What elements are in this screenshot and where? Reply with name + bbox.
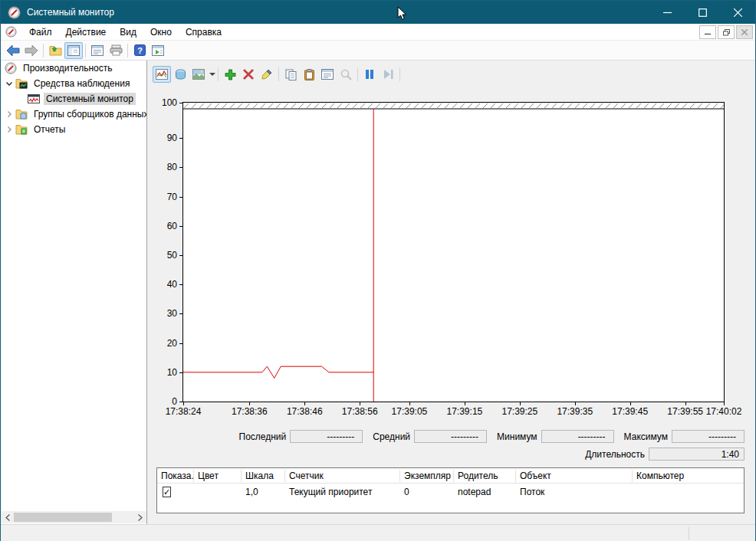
stat-last-value: --------- (290, 430, 363, 443)
menu-window[interactable]: Окно (143, 24, 179, 41)
x-axis-tick-label: 17:39:05 (383, 406, 436, 417)
mdi-window-controls (698, 25, 753, 39)
menu-bar: Файл Действие Вид Окно Справка (1, 24, 755, 41)
column-header-computer[interactable]: Компьютер (633, 470, 744, 482)
tree-item-monitoring-tools[interactable]: Средства наблюдения (2, 76, 146, 91)
close-button[interactable] (720, 1, 755, 24)
status-bar-divider (689, 527, 689, 540)
counter-object: Поток (516, 487, 633, 497)
x-axis-tick-label: 17:39:25 (493, 406, 547, 417)
x-axis-tick-label: 17:38:56 (333, 406, 386, 417)
y-axis-tickmark (179, 226, 183, 227)
window-title: Системный монитор (27, 7, 114, 18)
menu-view[interactable]: Вид (113, 24, 143, 41)
line-chart-plot-area[interactable] (183, 103, 724, 402)
up-folder-icon[interactable] (46, 42, 64, 59)
x-axis-tickmark (685, 402, 686, 405)
stat-max-label: Максимум (624, 431, 668, 442)
console-app-icon (5, 26, 17, 38)
y-axis-tick-label: 90 (151, 133, 177, 143)
maximize-button[interactable] (685, 1, 720, 24)
print-icon[interactable] (107, 42, 125, 59)
show-counter-checkbox[interactable]: ✓ (163, 487, 171, 497)
app-window: Системный монитор Файл Действие Вид Окно… (0, 0, 756, 541)
y-axis-tick-label: 60 (151, 221, 177, 231)
toolbar-separator (85, 44, 86, 57)
column-header-object[interactable]: Объект (516, 470, 633, 482)
x-axis-tickmark (724, 402, 725, 405)
toolbar-separator (127, 44, 128, 57)
toggle-console-tree-icon[interactable] (64, 42, 83, 59)
tree-horizontal-scrollbar[interactable] (2, 511, 146, 523)
tree-item-performance[interactable]: Производительность (2, 61, 146, 76)
stat-last-label: Последний (239, 431, 287, 442)
forward-icon[interactable] (22, 42, 41, 59)
properties-icon[interactable] (88, 42, 107, 59)
column-header-color[interactable]: Цвет (194, 470, 242, 482)
x-axis-tickmark (465, 402, 465, 405)
x-axis-tick-label: 17:40:02 (697, 406, 751, 417)
column-header-instance[interactable]: Экземпляр (400, 470, 454, 482)
y-axis-tickmark (179, 284, 183, 285)
stat-duration-value: 1:40 (649, 448, 744, 461)
y-axis-tick-label: 50 (151, 250, 177, 261)
scroll-left-arrow-icon[interactable] (2, 511, 14, 523)
menu-help[interactable]: Справка (179, 24, 228, 41)
scrollbar-thumb[interactable] (14, 513, 112, 522)
app-icon (8, 6, 21, 19)
column-header-counter[interactable]: Счетчик (285, 470, 400, 482)
tree-item-label: Группы сборщиков данных (31, 108, 147, 120)
x-axis-tick-label: 17:39:45 (603, 406, 657, 417)
menu-action[interactable]: Действие (59, 24, 113, 41)
column-header-show[interactable]: Показа... (157, 470, 194, 482)
y-axis-tickmark (179, 138, 183, 139)
chevron-right-icon[interactable] (5, 110, 14, 119)
chart-region: 0102030405060708090100 17:38:2417:38:361… (148, 61, 755, 421)
perfmon-icon (5, 62, 17, 74)
y-axis-tick-label: 10 (151, 367, 177, 378)
x-axis-tickmark (520, 402, 521, 405)
back-icon[interactable] (4, 42, 22, 59)
mdi-minimize-button[interactable] (699, 25, 716, 39)
scroll-right-arrow-icon[interactable] (134, 511, 146, 523)
counter-scale: 1,0 (242, 487, 285, 497)
mdi-restore-button[interactable] (718, 25, 735, 39)
stat-min-value: --------- (541, 430, 614, 443)
chevron-down-icon[interactable] (5, 79, 14, 88)
x-axis-tick-label: 17:39:15 (438, 406, 491, 417)
counter-row[interactable]: ✓ 1,0 Текущий приоритет 0 notepad Поток (157, 484, 744, 500)
tree-item-label: Системный монитор (44, 93, 136, 105)
menu-file[interactable]: Файл (22, 24, 59, 41)
mouse-cursor (397, 6, 407, 21)
x-axis-tickmark (249, 402, 250, 405)
x-axis-tickmark (630, 402, 631, 405)
mdi-close-button[interactable] (736, 25, 753, 39)
chevron-right-icon[interactable] (5, 125, 14, 134)
tree-item-system-monitor[interactable]: Системный монитор (2, 91, 146, 107)
svg-text:?: ? (137, 46, 143, 55)
y-axis-tick-label: 40 (151, 279, 177, 290)
minimize-button[interactable] (649, 1, 685, 24)
tree-item-label: Средства наблюдения (31, 77, 132, 90)
tree-item-reports[interactable]: Отчеты (2, 122, 146, 137)
help-icon[interactable]: ? (130, 42, 149, 59)
column-header-parent[interactable]: Родитель (454, 470, 516, 482)
reports-folder-icon (15, 123, 28, 136)
tree-item-data-collector-sets[interactable]: Группы сборщиков данных (2, 107, 146, 122)
y-axis-tick-label: 80 (151, 162, 177, 172)
console-tree-panel: Производительность Средства наблюдения С… (2, 61, 147, 524)
status-bar (1, 524, 755, 541)
main-toolbar: ? (1, 41, 755, 61)
column-header-scale[interactable]: Шкала (242, 470, 285, 482)
duration-row: Длительность1:40 (148, 448, 744, 461)
x-axis-tick-label: 17:38:46 (278, 406, 331, 417)
system-monitor-icon (28, 93, 40, 105)
y-axis-tickmark (179, 313, 183, 314)
y-axis-tickmark (179, 372, 183, 373)
data-collector-sets-folder-icon (15, 108, 28, 120)
toolbar-separator (43, 44, 44, 57)
y-axis-tick-label: 70 (151, 192, 177, 202)
tree-item-label: Отчеты (31, 123, 67, 136)
action-pane-icon[interactable] (149, 42, 167, 59)
y-axis-tickmark (179, 197, 183, 198)
